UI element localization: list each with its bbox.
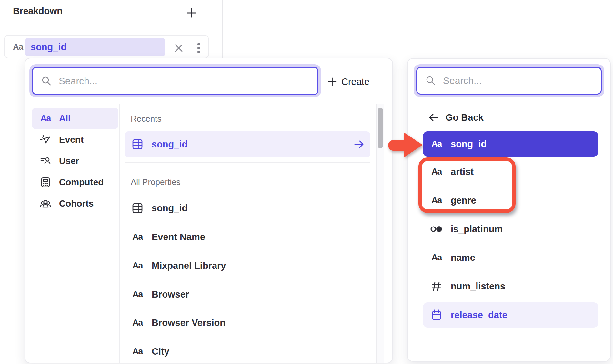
create-button[interactable]: Create (328, 74, 369, 90)
list-item-browser[interactable]: Aa Browser (125, 281, 370, 307)
add-breakdown-button[interactable] (186, 7, 197, 18)
text-type-icon: Aa (132, 347, 143, 357)
search-focus-halo (29, 64, 321, 97)
back-arrow-icon (428, 112, 440, 123)
property-drilldown-panel: Go Back Aa song_id Aa artist Aa genre is… (407, 58, 611, 362)
text-type-icon: Aa (132, 289, 143, 299)
grid-table-icon (132, 138, 143, 150)
tab-event[interactable]: Event (32, 129, 118, 150)
plus-icon (186, 7, 197, 18)
drill-item-num-listens[interactable]: num_listens (423, 274, 598, 299)
drill-item-song-id[interactable]: Aa song_id (423, 131, 598, 157)
text-type-icon: Aa (431, 167, 442, 177)
type-tabs: Aa All Event (32, 108, 118, 214)
search-focus-halo (414, 64, 604, 97)
calendar-icon (431, 309, 442, 321)
list-item-city[interactable]: Aa City (125, 339, 370, 363)
property-picker-panel: Create Aa All Event (25, 58, 393, 363)
text-type-icon: Aa (132, 232, 143, 242)
tab-computed[interactable]: Computed (32, 172, 118, 193)
list-item-song-id[interactable]: song_id (125, 195, 370, 221)
search-input[interactable] (443, 75, 574, 86)
list-item-browser-version[interactable]: Aa Browser Version (125, 310, 370, 336)
search-icon (426, 76, 436, 86)
event-cursor-icon (40, 134, 51, 146)
chip-property-pill[interactable]: song_id (25, 38, 165, 56)
text-type-icon: Aa (431, 253, 442, 263)
drill-item-is-platinum[interactable]: is_platinum (423, 217, 598, 242)
text-type-icon: Aa (132, 261, 143, 271)
section-header-recents: Recents (131, 114, 161, 124)
close-icon[interactable] (173, 42, 185, 54)
drill-item-name[interactable]: Aa name (423, 245, 598, 270)
tab-user[interactable]: User (32, 150, 118, 172)
create-label: Create (341, 76, 369, 87)
tab-all[interactable]: Aa All (32, 108, 118, 129)
search-icon (41, 76, 52, 86)
list-item-event-name[interactable]: Aa Event Name (125, 224, 370, 250)
cohorts-icon (39, 198, 52, 209)
user-icon (40, 155, 51, 167)
grid-table-icon (132, 202, 143, 214)
drill-item-genre[interactable]: Aa genre (423, 188, 598, 213)
right-search-box[interactable] (416, 67, 602, 95)
arrow-right-icon[interactable] (353, 138, 365, 150)
sidebar-divider (119, 104, 120, 363)
text-type-icon: Aa (431, 196, 442, 206)
breakdown-title: Breakdown (13, 6, 63, 16)
section-header-all-properties: All Properties (131, 177, 181, 187)
text-type-icon: Aa (431, 139, 442, 149)
kebab-menu-icon[interactable] (194, 42, 203, 55)
boolean-icon (430, 224, 443, 234)
left-search-box[interactable] (32, 67, 318, 95)
list-divider (125, 162, 370, 163)
breakdown-chip[interactable]: Aa song_id (4, 35, 209, 58)
column-divider (222, 0, 223, 58)
plus-icon (328, 77, 337, 86)
go-back-button[interactable]: Go Back (428, 109, 484, 126)
calculator-icon (40, 177, 51, 188)
search-input[interactable] (59, 76, 266, 86)
scrollbar-thumb[interactable] (378, 108, 383, 148)
screen: Breakdown Aa song_id (0, 0, 613, 364)
scrollbar-track[interactable] (376, 104, 384, 363)
text-type-icon: Aa (13, 36, 23, 58)
list-item-mixpanel-library[interactable]: Aa Mixpanel Library (125, 253, 370, 278)
tab-cohorts[interactable]: Cohorts (32, 193, 118, 214)
drill-item-release-date[interactable]: release_date (423, 302, 598, 328)
list-item-recent-song-id[interactable]: song_id (125, 131, 370, 157)
text-type-icon: Aa (132, 318, 143, 328)
number-hash-icon (431, 281, 442, 292)
text-type-icon: Aa (40, 114, 51, 124)
drill-item-artist[interactable]: Aa artist (423, 159, 598, 184)
